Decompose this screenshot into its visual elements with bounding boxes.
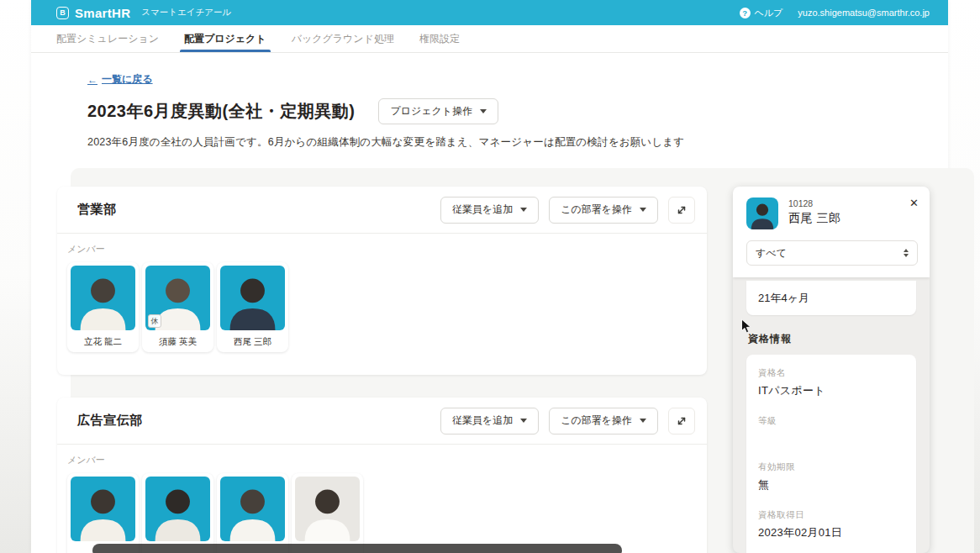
field-value: 2023年02月01日 [758,525,904,540]
user-email[interactable]: yuzo.shigematsu@smarthr.co.jp [798,8,930,18]
members-label: メンバー [67,454,697,466]
member-photo: 休 [145,266,210,330]
employee-detail-header: 10128 西尾 三郎 ✕ すべて [733,187,930,277]
tab-background-processing[interactable]: バックグラウンド処理 [292,25,394,52]
add-employee-button[interactable]: 従業員を追加 [440,197,539,224]
field-label: 有効期限 [758,461,904,473]
help-label: ヘルプ [755,7,783,19]
employee-avatar [746,198,778,229]
person-avatar-icon [295,477,360,541]
tab-permission-settings[interactable]: 権限設定 [419,25,460,52]
operate-department-button[interactable]: この部署を操作 [549,408,658,434]
department-card-sales: 営業部 従業員を追加 この部署を操作 メンバー [57,187,707,375]
person-avatar-icon [220,477,285,541]
diagonal-arrows-icon [676,415,688,427]
select-arrows-icon [904,249,909,257]
department-header: 営業部 従業員を追加 この部署を操作 [57,187,707,234]
info-filter-select[interactable]: すべて [746,240,918,266]
field-label: 等級 [758,415,904,427]
page-title-row: 2023年6月度異動(全社・定期異動) プロジェクト操作 [87,98,498,124]
member-photo [145,477,210,541]
back-to-list-link[interactable]: ← 一覧に戻る [87,72,153,87]
member-card[interactable] [142,473,213,553]
qualification-card: 資格名 ITパスポート 等級 有効期限 無 資格取得日 2023年02月01日 [746,355,916,553]
video-scrubber-bar[interactable] [92,544,622,553]
brand-kana: スマートエイチアール [141,7,231,18]
screen: B SmartHR スマートエイチアール ? ヘルプ yuzo.shigemat… [0,0,980,553]
field-value: 無 [758,477,904,492]
back-link-label: 一覧に戻る [102,72,153,87]
member-name: 須藤 英美 [145,336,210,347]
tab-haichi-simulation[interactable]: 配置シミュレーション [56,25,159,52]
member-tiles [67,473,697,553]
member-card[interactable] [67,473,139,553]
person-avatar-icon [145,477,210,541]
operate-department-label: この部署を操作 [561,413,632,428]
tab-haichi-project[interactable]: 配置プロジェクト [184,25,266,52]
leave-badge: 休 [148,314,161,328]
project-operations-label: プロジェクト操作 [390,104,472,118]
member-photo [71,477,135,541]
member-photo [71,266,135,330]
department-header: 広告宣伝部 従業員を追加 この部署を操作 [57,398,707,445]
department-body: メンバー 立花 龍二 休 須藤 英美 [57,234,707,352]
person-avatar-icon [71,477,135,541]
member-photo [295,477,360,541]
chevron-down-icon [640,208,646,212]
page-title: 2023年6月度異動(全社・定期異動) [87,100,355,123]
member-name: 立花 龍二 [71,336,135,347]
operate-department-button[interactable]: この部署を操作 [549,197,658,224]
field-value: ITパスポート [758,383,904,398]
member-card[interactable] [217,473,288,553]
department-name: 営業部 [77,202,117,218]
close-icon[interactable]: ✕ [909,198,919,208]
app-header: B SmartHR スマートエイチアール ? ヘルプ yuzo.shigemat… [31,0,948,25]
member-tiles: 立花 龍二 休 須藤 英美 西尾 三郎 [67,262,697,352]
employee-id: 10128 [788,198,840,208]
employee-detail-panel: 10128 西尾 三郎 ✕ すべて 21年4ヶ月 資格情報 資格名 ITパスポー… [733,187,930,553]
chevron-down-icon [520,208,527,212]
member-card[interactable]: 休 須藤 英美 [142,262,213,352]
qualification-section-title: 資格情報 [748,332,916,346]
department-card-advertising: 広告宣伝部 従業員を追加 この部署を操作 メンバー [57,398,707,553]
person-avatar-icon [71,266,135,330]
field-label: 資格取得日 [758,509,904,521]
person-avatar-icon [746,198,778,229]
brand-name: SmartHR [75,6,130,20]
add-employee-button[interactable]: 従業員を追加 [440,408,539,434]
members-label: メンバー [67,243,697,255]
chevron-down-icon [520,419,527,423]
member-name: 西尾 三郎 [220,336,285,347]
member-card[interactable]: 立花 龍二 [67,262,139,352]
add-employee-label: 従業員を追加 [452,203,513,217]
smarthr-logo-icon: B [56,7,69,19]
filter-selected-value: すべて [756,246,787,261]
member-card[interactable]: 西尾 三郎 [217,262,288,352]
diagonal-arrows-icon [676,204,688,216]
member-photo [220,266,285,330]
employee-name: 西尾 三郎 [788,211,840,226]
employee-detail-body: 21年4ヶ月 資格情報 資格名 ITパスポート 等級 有効期限 無 資格取得日 [733,277,930,553]
tab-navigation: 配置シミュレーション 配置プロジェクト バックグラウンド処理 権限設定 [31,25,948,53]
question-circle-icon: ? [740,8,751,18]
tenure-value: 21年4ヶ月 [758,291,809,306]
department-name: 広告宣伝部 [77,413,143,429]
expand-collapse-button[interactable] [668,197,695,224]
help-link[interactable]: ? ヘルプ [740,7,783,19]
add-employee-label: 従業員を追加 [452,413,513,428]
department-body: メンバー [57,445,707,553]
project-description: 2023年6月度の全社の人員計画です。6月からの組織体制の大幅な変更を踏まえ、マ… [87,135,684,150]
person-avatar-icon [220,266,285,330]
expand-collapse-button[interactable] [668,408,695,434]
field-label: 資格名 [758,367,904,379]
field-value [758,431,904,445]
operate-department-label: この部署を操作 [561,203,632,217]
back-arrow-icon: ← [87,74,97,86]
member-photo [220,477,285,541]
chevron-down-icon [640,419,646,423]
chevron-down-icon [480,109,487,113]
project-operations-button[interactable]: プロジェクト操作 [378,98,498,124]
tenure-card: 21年4ヶ月 [746,281,916,315]
member-card[interactable] [292,473,363,553]
